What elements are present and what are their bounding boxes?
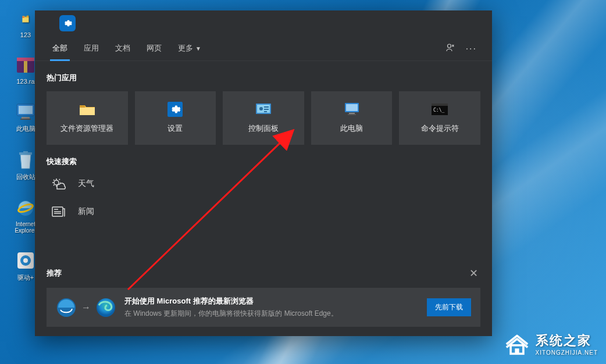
tile-control-panel[interactable]: 控制面板 bbox=[223, 91, 304, 145]
desktop-icon-label: 123 bbox=[20, 31, 31, 38]
tile-label: 此电脑 bbox=[340, 123, 363, 134]
quick-item-weather[interactable]: 天气 bbox=[47, 177, 480, 190]
command-prompt-icon: C:\_ bbox=[432, 102, 448, 116]
svg-point-13 bbox=[447, 44, 451, 48]
tab-more-label: 更多 bbox=[178, 43, 193, 53]
weather-icon bbox=[50, 177, 67, 190]
svg-rect-6 bbox=[20, 119, 31, 120]
app-icon: 🗂️ bbox=[15, 8, 36, 29]
watermark-en: XITONGZHIJIA.NET bbox=[536, 349, 598, 356]
control-panel-icon bbox=[255, 102, 272, 116]
svg-rect-1 bbox=[17, 58, 34, 61]
tab-more[interactable]: 更多 ▼ bbox=[172, 37, 207, 60]
tile-label: 文件资源管理器 bbox=[60, 123, 113, 134]
panel-top-icon-row bbox=[35, 10, 492, 34]
ie-icon bbox=[15, 198, 36, 219]
section-title: 快速搜索 bbox=[47, 156, 480, 167]
desktop-icon-label: 驱动+ bbox=[17, 273, 34, 282]
driver-icon bbox=[15, 250, 36, 271]
archive-icon bbox=[15, 55, 36, 76]
edge-chromium-icon bbox=[95, 297, 116, 318]
quick-item-label: 天气 bbox=[78, 179, 94, 189]
section-title: 推荐 bbox=[47, 268, 62, 279]
tile-label: 命令提示符 bbox=[421, 123, 459, 134]
svg-rect-28 bbox=[432, 104, 448, 106]
tab-apps[interactable]: 应用 bbox=[78, 37, 105, 60]
app-badge-icon bbox=[59, 15, 76, 31]
svg-rect-4 bbox=[19, 106, 33, 114]
svg-point-19 bbox=[259, 107, 263, 110]
search-panel: 全部 应用 文档 网页 更多 ▼ ··· 热门应用 文件资源管理器 bbox=[35, 10, 492, 336]
tab-all[interactable]: 全部 bbox=[47, 37, 73, 60]
desktop-icon-label: 123.ra bbox=[16, 78, 34, 85]
close-icon[interactable]: ✕ bbox=[467, 265, 480, 282]
recommend-subtitle: 在 Windows 更新期间，你的电脑将很快获得新版的 Microsoft Ed… bbox=[124, 309, 419, 319]
hot-apps-tiles: 文件资源管理器 设置 控制面板 此电脑 bbox=[47, 91, 480, 145]
section-hot-apps: 热门应用 文件资源管理器 设置 控制面板 bbox=[35, 61, 492, 145]
svg-rect-20 bbox=[264, 106, 269, 108]
tile-label: 设置 bbox=[167, 123, 183, 134]
computer-icon bbox=[344, 102, 360, 116]
svg-rect-39 bbox=[515, 348, 519, 354]
svg-point-12 bbox=[23, 258, 28, 263]
download-button[interactable]: 先前下载 bbox=[427, 298, 471, 316]
tile-command-prompt[interactable]: C:\_ 命令提示符 bbox=[399, 91, 480, 145]
tile-label: 控制面板 bbox=[248, 123, 279, 134]
file-explorer-icon bbox=[79, 102, 95, 116]
tab-web[interactable]: 网页 bbox=[141, 37, 167, 60]
section-recommend: 推荐 ✕ → 开始使用 Microsoft 推荐的最新浏览器 在 Windows… bbox=[47, 265, 480, 327]
watermark: 系统之家 XITONGZHIJIA.NET bbox=[504, 332, 598, 356]
svg-text:C:\_: C:\_ bbox=[433, 108, 444, 113]
svg-rect-14 bbox=[80, 108, 95, 115]
news-icon bbox=[50, 205, 67, 218]
more-options-icon[interactable]: ··· bbox=[466, 44, 477, 54]
section-title: 热门应用 bbox=[47, 73, 480, 83]
watermark-cn: 系统之家 bbox=[536, 332, 598, 349]
tile-this-pc[interactable]: 此电脑 bbox=[311, 91, 393, 145]
desktop-icon-label: 此电脑 bbox=[16, 124, 35, 133]
tabs-row: 全部 应用 文档 网页 更多 ▼ ··· bbox=[35, 34, 492, 61]
svg-rect-5 bbox=[22, 117, 30, 119]
recommend-title: 开始使用 Microsoft 推荐的最新浏览器 bbox=[124, 296, 419, 306]
tile-file-explorer[interactable]: 文件资源管理器 bbox=[47, 91, 128, 145]
computer-icon bbox=[15, 101, 36, 122]
svg-rect-24 bbox=[346, 104, 358, 111]
svg-rect-26 bbox=[348, 114, 356, 115]
tile-settings[interactable]: 设置 bbox=[135, 91, 216, 145]
section-quick-search: 快速搜索 天气 新闻 bbox=[35, 145, 492, 218]
recycle-bin-icon bbox=[15, 149, 36, 170]
chevron-down-icon: ▼ bbox=[195, 45, 201, 52]
desktop-icon-label: 回收站 bbox=[16, 173, 35, 181]
feedback-icon[interactable] bbox=[445, 42, 455, 55]
svg-rect-22 bbox=[264, 111, 267, 112]
recommend-card: → 开始使用 Microsoft 推荐的最新浏览器 在 Windows 更新期间… bbox=[47, 288, 480, 327]
quick-item-news[interactable]: 新闻 bbox=[47, 205, 480, 218]
svg-rect-15 bbox=[80, 105, 85, 108]
svg-rect-2 bbox=[24, 61, 27, 73]
tab-documents[interactable]: 文档 bbox=[109, 37, 136, 60]
svg-rect-25 bbox=[349, 113, 355, 114]
edge-icons-pair: → bbox=[56, 297, 116, 318]
quick-item-label: 新闻 bbox=[78, 206, 94, 217]
settings-gear-icon bbox=[167, 102, 183, 116]
arrow-right-icon: → bbox=[81, 302, 91, 313]
house-icon bbox=[504, 333, 530, 356]
edge-legacy-icon bbox=[56, 297, 77, 318]
svg-rect-21 bbox=[264, 109, 269, 110]
